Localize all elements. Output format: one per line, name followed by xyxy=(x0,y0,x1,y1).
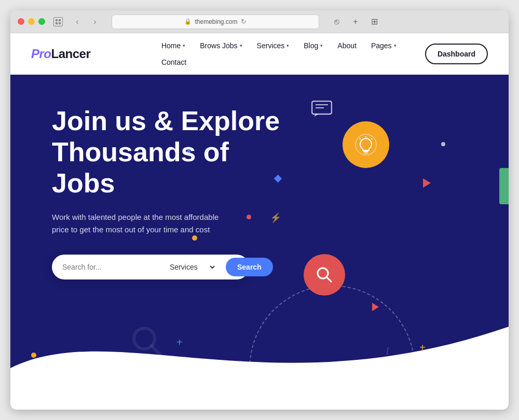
search-input[interactable] xyxy=(62,263,153,271)
browser-titlebar: ‹ › 🔒 themebing.com ↻ ⎋ + ⊞ xyxy=(10,10,509,33)
dot-decoration-6 xyxy=(31,353,36,358)
nav-item-blog[interactable]: Blog ▾ xyxy=(297,38,329,53)
chevron-down-icon: ▾ xyxy=(286,43,289,48)
website-content: ProLancer Home ▾ Brows Jobs ▾ xyxy=(10,33,509,410)
forward-button[interactable]: › xyxy=(88,15,102,29)
search-button[interactable]: Search xyxy=(226,258,273,276)
nav-label-brows-jobs: Brows Jobs xyxy=(200,41,237,50)
nav-link-services[interactable]: Services ▾ xyxy=(251,38,296,53)
chevron-down-icon: ▾ xyxy=(183,43,185,48)
nav-item-about[interactable]: About xyxy=(331,38,363,53)
nav-links: Home ▾ Brows Jobs ▾ Services ▾ xyxy=(155,38,415,69)
close-button[interactable] xyxy=(18,18,24,25)
nav-item-services[interactable]: Services ▾ xyxy=(251,38,296,53)
nav-label-home: Home xyxy=(161,41,181,50)
nav-link-contact[interactable]: Contact xyxy=(155,55,193,69)
hero-title: Join us & Explore Thousands of Jobs xyxy=(52,106,280,199)
nav-link-brows-jobs[interactable]: Brows Jobs ▾ xyxy=(194,38,248,53)
cross-decoration-2: + xyxy=(419,342,426,353)
chevron-down-icon: ▾ xyxy=(240,43,242,48)
svg-line-14 xyxy=(326,277,331,282)
address-bar[interactable]: 🔒 themebing.com ↻ xyxy=(112,15,319,29)
svg-rect-3 xyxy=(59,22,61,24)
triangle-decoration-3 xyxy=(372,303,379,311)
cursor-i-decoration: I xyxy=(386,344,389,358)
svg-line-12 xyxy=(372,138,373,139)
nav-buttons: ‹ › xyxy=(70,15,102,29)
logo-lancer: Lancer xyxy=(51,47,91,61)
browser-actions: ⎋ + ⊞ xyxy=(330,15,381,29)
triangle-decoration-1 xyxy=(423,178,431,188)
lock-icon: 🔒 xyxy=(184,18,192,25)
maximize-button[interactable] xyxy=(38,18,45,25)
dashed-circle-decoration xyxy=(249,285,415,410)
minimize-button[interactable] xyxy=(28,18,35,25)
back-button[interactable]: ‹ xyxy=(70,15,85,29)
tabs-overview-icon[interactable]: ⊞ xyxy=(367,15,381,29)
chevron-down-icon: ▾ xyxy=(394,43,397,48)
search-circle xyxy=(304,254,345,296)
nav-link-pages[interactable]: Pages ▾ xyxy=(365,38,403,53)
nav-label-about: About xyxy=(337,41,357,50)
search-select-wrapper: Services Jobs Freelancers xyxy=(163,262,221,272)
svg-rect-0 xyxy=(56,19,58,21)
svg-rect-1 xyxy=(59,19,61,21)
svg-line-16 xyxy=(152,346,162,356)
nav-link-about[interactable]: About xyxy=(331,38,363,53)
dot-decoration-5 xyxy=(441,142,445,146)
svg-line-11 xyxy=(360,138,361,139)
browser-window: ‹ › 🔒 themebing.com ↻ ⎋ + ⊞ ProLancer Ho… xyxy=(10,10,509,410)
navbar: ProLancer Home ▾ Brows Jobs ▾ xyxy=(10,33,509,75)
nav-item-pages[interactable]: Pages ▾ xyxy=(365,38,403,53)
cross-decoration-1: + xyxy=(176,337,183,347)
window-icon xyxy=(53,17,63,26)
url-text: themebing.com xyxy=(195,18,237,25)
search-category-select[interactable]: Services Jobs Freelancers xyxy=(168,262,216,272)
hero-subtitle: Work with talented people at the most af… xyxy=(52,211,228,236)
new-tab-icon[interactable]: + xyxy=(348,15,363,29)
nav-item-contact[interactable]: Contact xyxy=(155,55,193,69)
dashboard-button[interactable]: Dashboard xyxy=(425,44,488,64)
lightbulb-circle xyxy=(343,121,389,168)
green-strip-decoration xyxy=(499,168,509,204)
nav-item-brows-jobs[interactable]: Brows Jobs ▾ xyxy=(194,38,248,53)
logo: ProLancer xyxy=(31,47,90,61)
search-watermark-icon xyxy=(130,324,166,368)
refresh-icon[interactable]: ↻ xyxy=(241,18,247,25)
hero-section: I + + + ⚡ xyxy=(10,75,509,410)
chevron-down-icon: ▾ xyxy=(320,43,323,48)
share-icon[interactable]: ⎋ xyxy=(330,15,344,29)
nav-link-home[interactable]: Home ▾ xyxy=(155,38,192,53)
hero-content: Join us & Explore Thousands of Jobs Work… xyxy=(10,75,280,279)
svg-rect-2 xyxy=(56,22,58,24)
nav-item-home[interactable]: Home ▾ xyxy=(155,38,192,53)
logo-pro: Pro xyxy=(31,47,51,61)
search-bar: Services Jobs Freelancers Search xyxy=(52,255,249,279)
traffic-lights xyxy=(18,18,45,25)
nav-label-contact: Contact xyxy=(161,58,186,66)
nav-label-blog: Blog xyxy=(304,41,318,50)
nav-label-services: Services xyxy=(257,41,285,50)
nav-link-blog[interactable]: Blog ▾ xyxy=(297,38,329,53)
nav-label-pages: Pages xyxy=(371,41,392,50)
chat-bubble-icon xyxy=(311,101,332,121)
